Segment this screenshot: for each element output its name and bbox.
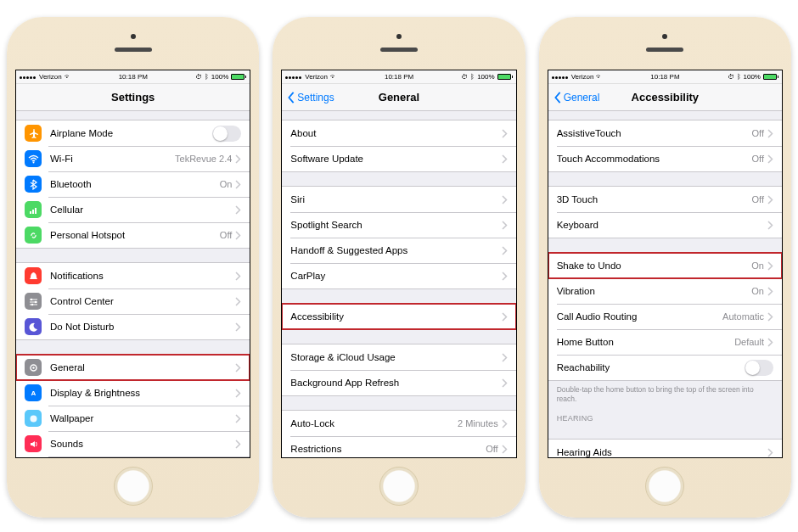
chevron-right-icon: [502, 246, 508, 255]
settings-row[interactable]: Storage & iCloud Usage: [282, 344, 515, 370]
settings-row[interactable]: Background App Refresh: [282, 370, 515, 395]
gear-icon: [25, 359, 42, 376]
settings-row[interactable]: AssistiveTouchOff: [548, 120, 782, 146]
chevron-right-icon: [767, 195, 773, 204]
screen: Verizon ᯤ 10:18 PM ⏱ ᛒ 100% GeneralAcces…: [548, 70, 783, 458]
settings-row[interactable]: BluetoothOn: [16, 171, 250, 197]
settings-row[interactable]: Hearing Aids: [548, 440, 782, 457]
chevron-right-icon: [235, 272, 241, 281]
airplane-icon: [25, 125, 42, 142]
row-label: 3D Touch: [557, 194, 752, 204]
speaker-icon: [115, 48, 152, 52]
clock-label: 10:18 PM: [385, 73, 413, 81]
chevron-right-icon: [235, 180, 241, 189]
settings-row[interactable]: Wallpaper: [16, 406, 250, 431]
settings-row[interactable]: Software Update: [282, 146, 515, 171]
settings-row[interactable]: Touch ID & Passcode: [16, 456, 250, 457]
status-bar: Verizon ᯤ 10:18 PM ⏱ ᛒ 100%: [16, 70, 250, 84]
nav-title: Accessibility: [632, 91, 700, 104]
settings-row[interactable]: Do Not Disturb: [16, 314, 250, 339]
svg-rect-2: [32, 210, 34, 214]
svg-point-8: [32, 367, 34, 368]
settings-row[interactable]: VibrationOn: [548, 278, 782, 304]
settings-row[interactable]: 3D TouchOff: [548, 187, 782, 212]
settings-row[interactable]: Notifications: [16, 263, 250, 288]
settings-row[interactable]: Siri: [282, 187, 515, 212]
wifi-icon: ᯤ: [330, 73, 337, 81]
settings-row[interactable]: Shake to UndoOn: [548, 253, 782, 278]
settings-group: Airplane ModeWi-FiTekRevue 2.4BluetoothO…: [16, 120, 250, 249]
screen: Verizon ᯤ 10:18 PM ⏱ ᛒ 100% SettingsGene…: [281, 70, 516, 458]
svg-point-0: [32, 161, 34, 163]
section-header: HEARING: [548, 407, 782, 425]
signal-dots-icon: [552, 73, 569, 81]
settings-group: 3D TouchOffKeyboard: [548, 186, 782, 238]
home-button[interactable]: [114, 467, 153, 506]
row-label: Software Update: [290, 154, 501, 164]
svg-rect-3: [35, 208, 37, 214]
settings-group: Accessibility: [282, 303, 515, 330]
home-button[interactable]: [645, 467, 684, 506]
settings-row[interactable]: Home ButtonDefault: [548, 329, 782, 355]
iphone-device: Verizon ᯤ 10:18 PM ⏱ ᛒ 100% GeneralAcces…: [539, 17, 791, 518]
settings-row[interactable]: Personal HotspotOff: [16, 222, 250, 248]
settings-group: Storage & iCloud UsageBackground App Ref…: [282, 344, 515, 396]
settings-row[interactable]: Reachability: [548, 355, 782, 380]
settings-row[interactable]: Cellular: [16, 197, 250, 222]
settings-row[interactable]: Call Audio RoutingAutomatic: [548, 304, 782, 329]
chevron-right-icon: [767, 448, 773, 457]
back-label: Settings: [297, 92, 334, 104]
svg-text:A: A: [31, 389, 36, 397]
home-button[interactable]: [379, 467, 419, 506]
row-label: Cellular: [50, 204, 235, 215]
alarm-icon: ⏱: [195, 73, 202, 81]
clock-label: 10:18 PM: [119, 73, 148, 81]
speaker-icon: [380, 48, 418, 52]
chevron-right-icon: [235, 440, 241, 449]
settings-row[interactable]: Accessibility: [282, 304, 515, 329]
toggle-switch[interactable]: [212, 126, 241, 142]
row-label: Do Not Disturb: [50, 322, 235, 332]
bell-icon: [25, 267, 42, 284]
settings-group: Auto-Lock2 MinutesRestrictionsOff: [282, 410, 515, 457]
toggle-switch[interactable]: [745, 360, 773, 376]
chevron-right-icon: [502, 353, 508, 362]
chevron-right-icon: [767, 338, 773, 347]
settings-row[interactable]: Sounds: [16, 431, 250, 456]
settings-row[interactable]: Handoff & Suggested Apps: [282, 238, 515, 263]
settings-row[interactable]: Keyboard: [548, 212, 782, 238]
settings-row[interactable]: General: [16, 355, 250, 380]
settings-row[interactable]: RestrictionsOff: [282, 436, 515, 457]
settings-list: AboutSoftware UpdateSiriSpotlight Search…: [282, 111, 515, 457]
wifi-icon: ᯤ: [65, 73, 71, 81]
chevron-right-icon: [502, 312, 508, 322]
row-value: Default: [734, 337, 764, 347]
link-icon: [25, 227, 42, 244]
settings-group: Hearing AidsLED Flash for AlertsMono Aud…: [548, 439, 782, 457]
row-label: General: [50, 362, 235, 372]
svg-point-5: [34, 300, 37, 303]
settings-row[interactable]: Auto-Lock2 Minutes: [282, 411, 515, 436]
settings-row[interactable]: Touch AccommodationsOff: [548, 146, 782, 171]
settings-row[interactable]: Control Center: [16, 288, 250, 314]
group-footnote: Double-tap the home button to bring the …: [548, 381, 782, 407]
back-button[interactable]: Settings: [287, 84, 334, 110]
row-value: 2 Minutes: [458, 418, 498, 428]
signal-dots-icon: [285, 73, 302, 81]
settings-row[interactable]: Airplane Mode: [16, 120, 250, 146]
row-label: Display & Brightness: [50, 388, 235, 398]
row-label: Sounds: [50, 439, 235, 449]
row-label: Personal Hotspot: [50, 230, 220, 240]
settings-row[interactable]: Wi-FiTekRevue 2.4: [16, 146, 250, 171]
settings-row[interactable]: Spotlight Search: [282, 212, 515, 238]
settings-row[interactable]: CarPlay: [282, 263, 515, 288]
settings-row[interactable]: ADisplay & Brightness: [16, 380, 250, 406]
back-button[interactable]: General: [554, 84, 600, 110]
speaker-icon: [646, 48, 683, 52]
row-label: Handoff & Suggested Apps: [290, 245, 501, 255]
camera-dot-icon: [662, 34, 667, 39]
row-label: Keyboard: [557, 220, 767, 230]
chevron-right-icon: [235, 363, 241, 372]
moon-icon: [25, 318, 42, 335]
settings-row[interactable]: About: [282, 120, 515, 146]
